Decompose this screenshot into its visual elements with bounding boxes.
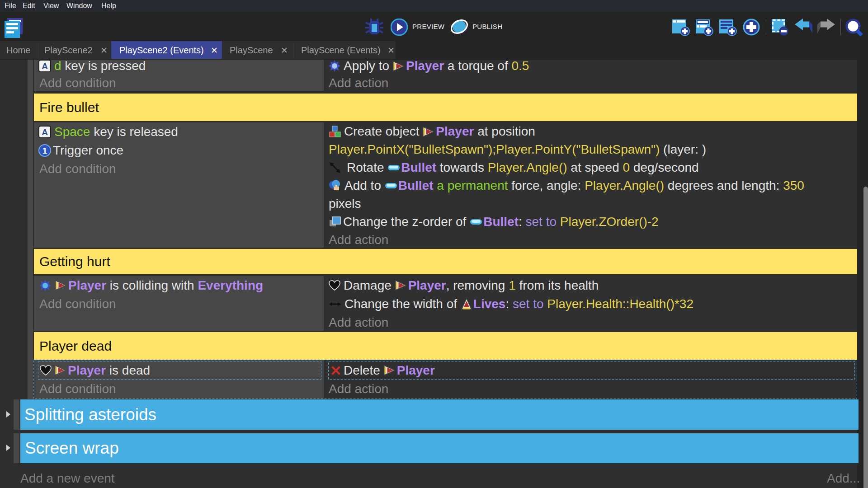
svg-text:A: A — [42, 127, 48, 137]
svg-text:A: A — [42, 61, 48, 71]
svg-text:1: 1 — [42, 146, 47, 155]
